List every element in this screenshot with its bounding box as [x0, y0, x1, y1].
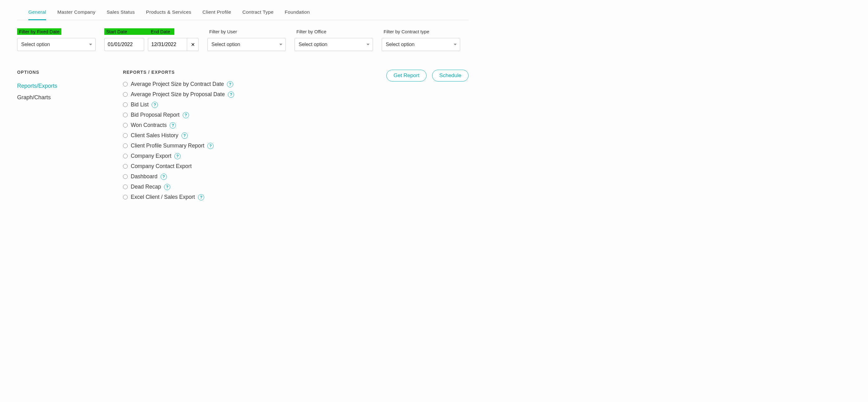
schedule-button[interactable]: Schedule [432, 70, 469, 81]
tab-contract-type[interactable]: Contract Type [242, 6, 273, 20]
report-radio[interactable] [123, 174, 128, 179]
report-radio[interactable] [123, 195, 128, 199]
report-radio[interactable] [123, 133, 128, 138]
report-item: Company Contact Export [123, 161, 368, 171]
help-icon[interactable]: ? [182, 133, 188, 139]
help-icon[interactable]: ? [228, 92, 234, 98]
filters-row: Filter by Fixed Date Select option Start… [17, 28, 469, 51]
options-heading: OPTIONS [17, 70, 104, 75]
report-item: Dead Recap? [123, 182, 368, 192]
end-date-label: End Date [151, 29, 173, 34]
filter-contract-type-label: Filter by Contract type [382, 28, 431, 35]
report-item: Dashboard? [123, 171, 368, 182]
chevron-down-icon [279, 44, 282, 45]
help-icon[interactable]: ? [152, 102, 158, 108]
reports-heading: REPORTS / EXPORTS [123, 70, 368, 75]
filter-fixed-date-label: Filter by Fixed Date [17, 28, 61, 35]
report-label[interactable]: Average Project Size by Proposal Date [131, 91, 225, 98]
option-reports-exports[interactable]: Reports/Exports [17, 80, 104, 92]
filter-user-value: Select option [211, 42, 240, 47]
tab-products-services[interactable]: Products & Services [146, 6, 191, 20]
filter-fixed-date-value: Select option [21, 42, 50, 47]
report-label[interactable]: Won Contracts [131, 122, 166, 129]
filter-contract-type-select[interactable]: Select option [382, 38, 460, 51]
report-radio[interactable] [123, 113, 128, 117]
tabs-bar: GeneralMaster CompanySales StatusProduct… [17, 6, 469, 20]
tab-sales-status[interactable]: Sales Status [106, 6, 135, 20]
report-item: Excel Client / Sales Export? [123, 192, 368, 202]
filter-contract-type: Filter by Contract type Select option [382, 28, 460, 51]
report-label[interactable]: Client Profile Summary Report [131, 142, 204, 149]
filter-office: Filter by Office Select option [294, 28, 373, 51]
report-label[interactable]: Dashboard [131, 173, 158, 180]
actions-column: Get Report Schedule [386, 70, 469, 81]
tab-general[interactable]: General [28, 6, 46, 20]
report-item: Average Project Size by Contract Date? [123, 79, 368, 89]
chevron-down-icon [367, 44, 370, 45]
reports-column: REPORTS / EXPORTS Average Project Size b… [123, 70, 368, 202]
filter-user: Filter by User Select option [207, 28, 286, 51]
help-icon[interactable]: ? [183, 112, 189, 118]
tab-client-profile[interactable]: Client Profile [203, 6, 231, 20]
filter-fixed-date-select[interactable]: Select option [17, 38, 96, 51]
report-label[interactable]: Company Contact Export [131, 163, 192, 170]
help-icon[interactable]: ? [174, 153, 181, 159]
filter-office-select[interactable]: Select option [294, 38, 373, 51]
report-item: Company Export? [123, 151, 368, 161]
report-radio[interactable] [123, 164, 128, 169]
help-icon[interactable]: ? [207, 143, 214, 149]
chevron-down-icon [454, 44, 457, 45]
help-icon[interactable]: ? [198, 194, 204, 200]
help-icon[interactable]: ? [227, 81, 233, 88]
start-date-label: Start Date [106, 29, 146, 34]
report-item: Bid Proposal Report? [123, 110, 368, 120]
report-label[interactable]: Company Export [131, 153, 171, 159]
close-icon: ✕ [191, 42, 195, 47]
start-date-input[interactable] [104, 38, 144, 51]
filter-user-label: Filter by User [207, 28, 239, 35]
options-sidebar: OPTIONS Reports/ExportsGraph/Charts [17, 70, 104, 103]
report-radio[interactable] [123, 185, 128, 189]
filter-contract-type-value: Select option [386, 42, 415, 47]
filter-date-range: Start Date End Date ✕ [104, 28, 198, 51]
help-icon[interactable]: ? [161, 174, 167, 180]
report-radio[interactable] [123, 92, 128, 97]
chevron-down-icon [89, 44, 92, 45]
report-radio[interactable] [123, 143, 128, 148]
filter-user-select[interactable]: Select option [207, 38, 286, 51]
get-report-button[interactable]: Get Report [386, 70, 427, 81]
tab-foundation[interactable]: Foundation [285, 6, 310, 20]
help-icon[interactable]: ? [170, 122, 176, 129]
report-radio[interactable] [123, 82, 128, 87]
report-label[interactable]: Average Project Size by Contract Date [131, 81, 224, 88]
report-item: Client Sales History? [123, 130, 368, 141]
clear-date-button[interactable]: ✕ [187, 38, 198, 51]
report-item: Client Profile Summary Report? [123, 141, 368, 151]
report-label[interactable]: Bid Proposal Report [131, 112, 180, 118]
report-item: Bid List? [123, 100, 368, 110]
filter-fixed-date: Filter by Fixed Date Select option [17, 28, 96, 51]
report-label[interactable]: Client Sales History [131, 132, 178, 139]
end-date-input[interactable] [148, 38, 188, 51]
report-label[interactable]: Excel Client / Sales Export [131, 194, 195, 200]
tab-master-company[interactable]: Master Company [57, 6, 95, 20]
report-radio[interactable] [123, 123, 128, 128]
option-graph-charts[interactable]: Graph/Charts [17, 92, 104, 103]
report-label[interactable]: Dead Recap [131, 183, 161, 190]
report-radio[interactable] [123, 102, 128, 107]
report-item: Average Project Size by Proposal Date? [123, 89, 368, 100]
help-icon[interactable]: ? [164, 184, 170, 190]
report-item: Won Contracts? [123, 120, 368, 130]
report-label[interactable]: Bid List [131, 101, 149, 108]
filter-office-label: Filter by Office [294, 28, 328, 35]
filter-office-value: Select option [299, 42, 328, 47]
report-radio[interactable] [123, 154, 128, 158]
